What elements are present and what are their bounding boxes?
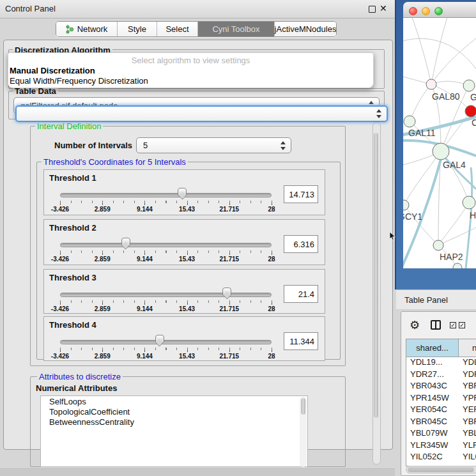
table-row[interactable]: YBR045CYBR0 — [406, 417, 476, 429]
threshold-4-value-field[interactable]: 11.344 — [284, 332, 318, 350]
cell[interactable]: YBR045C — [406, 417, 458, 429]
attributes-list-scrollbar[interactable] — [300, 397, 307, 467]
cell[interactable]: YDR2 — [458, 369, 476, 381]
slider-tick-labels: -3.426 2.859 9.144 15.43 21.715 28 — [60, 206, 272, 213]
control-panel-titlebar[interactable]: Control Panel ✕ — [0, 0, 395, 19]
node-gal11[interactable] — [404, 116, 415, 127]
threshold-1-slider-handle[interactable] — [178, 188, 187, 196]
cyni-toolbox-panel: Discretization Algorithm Table Data galF… — [3, 40, 393, 450]
cell[interactable]: YBR0 — [458, 417, 476, 429]
slider-tick-labels: -3.426 2.859 9.144 15.43 21.715 28 — [60, 305, 272, 313]
checkbox-icon[interactable]: ✓ — [459, 322, 465, 328]
table-row[interactable]: YBL079WYBL0 — [406, 428, 476, 440]
node[interactable] — [463, 80, 475, 91]
column-header-shared-name[interactable]: shared... — [406, 339, 459, 357]
window-bottom-edge — [0, 468, 395, 476]
node[interactable] — [463, 196, 475, 209]
cell[interactable]: YDR27... — [406, 369, 458, 381]
column-layout-icon[interactable] — [431, 320, 441, 330]
threshold-2-value-field[interactable]: 6.316 — [284, 235, 318, 253]
tick-label: 15.43 — [179, 305, 195, 312]
list-item[interactable]: SelfLoops — [41, 396, 307, 406]
table-horizontal-scrollbar-thumb[interactable] — [408, 467, 474, 472]
list-item[interactable]: TopologicalCoefficient — [41, 406, 307, 417]
table-horizontal-scrollbar[interactable] — [406, 466, 476, 473]
tick-label: 9.144 — [137, 353, 153, 360]
threshold-2-slider-handle[interactable] — [121, 238, 130, 246]
tab-cyni-toolbox[interactable]: Cyni Toolbox — [198, 22, 275, 36]
table-row[interactable]: YPR145WYPR1 — [406, 393, 476, 405]
table-row[interactable]: YDL19...YDL1 — [406, 357, 476, 369]
zoom-traffic-light[interactable] — [434, 7, 443, 15]
tab-network[interactable]: Network — [56, 22, 118, 36]
cell[interactable]: YPR145W — [406, 393, 458, 405]
close-traffic-light[interactable] — [409, 7, 417, 15]
threshold-4-slider-track[interactable] — [60, 340, 272, 344]
cell[interactable]: YBL0 — [458, 428, 476, 440]
network-icon — [66, 25, 74, 34]
tick-label: 9.144 — [137, 206, 153, 213]
cell[interactable]: YLR3 — [458, 440, 476, 452]
threshold-1-value-field[interactable]: 14.713 — [284, 185, 318, 203]
algorithm-option-manual[interactable]: Manual Discretization — [10, 66, 95, 75]
cell[interactable]: YER054C — [406, 404, 458, 417]
node[interactable] — [453, 263, 462, 268]
threshold-3-value-field[interactable]: 21.4 — [284, 285, 318, 303]
table-row[interactable]: YDR27...YDR2 — [406, 369, 476, 381]
tick-label: -3.426 — [51, 206, 69, 213]
settings-scrollbar-thumb[interactable] — [374, 133, 378, 418]
cell[interactable]: YIL0 — [458, 452, 476, 464]
tab-style[interactable]: Style — [118, 22, 157, 36]
network-view-canvas[interactable]: GAL80 GA C GAL11 GAL4 GCY1 H HAP2 — [403, 17, 476, 268]
numerical-attributes-list[interactable]: SelfLoops TopologicalCoefficient Between… — [40, 395, 308, 467]
checkbox-icon[interactable]: ✓ — [450, 322, 456, 328]
slider-minor-ticks — [60, 348, 272, 350]
settings-scrollbar[interactable] — [372, 122, 381, 464]
float-window-icon[interactable] — [369, 6, 376, 13]
node-gal80[interactable] — [426, 79, 436, 89]
gear-icon[interactable]: ⚙ — [410, 318, 420, 332]
column-header-name[interactable]: n — [459, 339, 476, 357]
algorithm-dropdown-popup: Select algorithm to view settings Manual… — [8, 52, 374, 88]
cell[interactable]: YLR345W — [406, 440, 458, 452]
algorithm-combobox[interactable] — [15, 105, 388, 122]
algorithm-option-equal-width[interactable]: Equal Width/Frequency Discretization — [10, 76, 148, 86]
threshold-1-slider-track[interactable] — [60, 193, 272, 197]
threshold-1-box: Threshold 1 -3.426 2.859 9.144 15.43 21.… — [43, 169, 325, 215]
tick-label: 2.859 — [95, 256, 111, 263]
node-gcy1[interactable] — [403, 200, 409, 210]
threshold-3-slider-handle[interactable] — [222, 288, 231, 296]
node-selected-red[interactable] — [465, 105, 476, 117]
cell[interactable]: YER0 — [458, 404, 476, 417]
table-panel-titlebar[interactable]: Table Panel — [396, 289, 476, 310]
table-row[interactable]: YIL052CYIL0 — [406, 452, 476, 464]
node-gal4[interactable] — [433, 143, 449, 160]
threshold-2-slider-track[interactable] — [60, 243, 272, 247]
cell[interactable]: YDL19... — [406, 357, 458, 369]
cell[interactable]: YDL1 — [458, 357, 476, 369]
tab-jactivemnodules-label: jActiveMNodules — [275, 24, 337, 34]
cell[interactable]: YPR1 — [458, 393, 476, 405]
tab-jactivemnodules[interactable]: jActiveMNodules — [275, 22, 336, 36]
cell[interactable]: YBL079W — [406, 428, 458, 440]
cell[interactable]: YIL052C — [406, 452, 458, 464]
cell[interactable]: YBR043C — [406, 381, 458, 393]
tab-select[interactable]: Select — [157, 22, 198, 36]
table-row[interactable]: YER054CYER0 — [406, 404, 476, 417]
table-row[interactable]: YLR345WYLR3 — [406, 440, 476, 452]
threshold-3-slider-track[interactable] — [60, 293, 272, 297]
minimize-traffic-light[interactable] — [422, 7, 430, 15]
slider-minor-ticks — [60, 201, 272, 203]
threshold-3-box: Threshold 3 -3.426 2.859 9.144 15.43 21.… — [43, 269, 325, 314]
attributes-list-scrollbar-thumb[interactable] — [301, 398, 305, 415]
close-icon[interactable]: ✕ — [380, 3, 387, 13]
tick-label: 9.144 — [137, 305, 153, 312]
node-hap2[interactable] — [433, 240, 443, 250]
node-label-clipped: C — [472, 118, 476, 128]
list-item[interactable]: BetweennessCentrality — [41, 417, 307, 427]
number-of-intervals-combobox[interactable]: 5 — [136, 137, 291, 153]
network-window-titlebar[interactable] — [403, 2, 476, 18]
table-row[interactable]: YBR043CYBR0 — [406, 381, 476, 393]
cell[interactable]: YBR0 — [458, 381, 476, 393]
threshold-4-slider-handle[interactable] — [155, 335, 164, 343]
